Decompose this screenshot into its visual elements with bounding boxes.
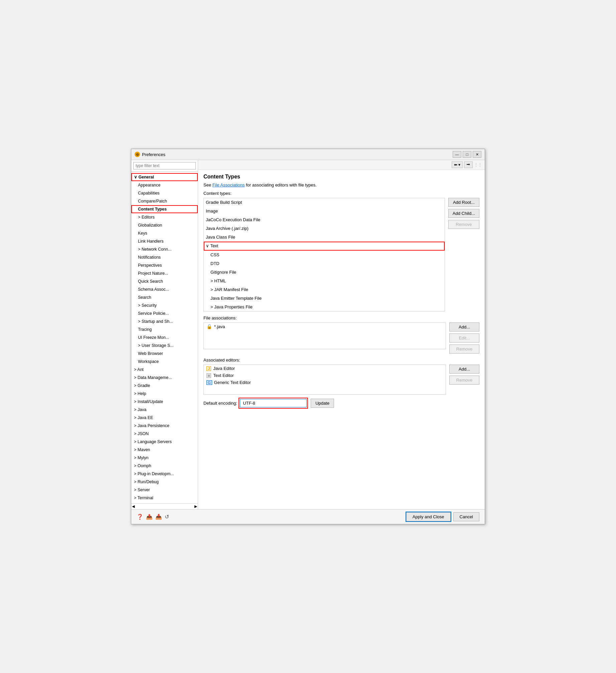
ct-dtd[interactable]: DTD (204, 259, 445, 268)
edit-file-assoc-button[interactable]: Edit... (449, 333, 479, 343)
minimize-button[interactable]: — (453, 151, 461, 158)
file-assoc-label: File associations: (203, 315, 479, 320)
ct-html[interactable]: > HTML (204, 277, 445, 285)
sidebar-item-keys[interactable]: Keys (131, 229, 198, 237)
close-button[interactable]: ✕ (473, 151, 481, 158)
sidebar-item-server[interactable]: > Server (131, 486, 198, 494)
sidebar-item-capabilities[interactable]: Capabilities (131, 189, 198, 197)
add-file-assoc-button[interactable]: Add... (449, 322, 479, 331)
sidebar-item-run-debug[interactable]: > Run/Debug (131, 478, 198, 486)
sidebar-item-mylyn[interactable]: > Mylyn (131, 454, 198, 462)
bottom-bar: ❓ 📤 📥 ↺ Apply and Close Cancel (131, 509, 485, 524)
sidebar-item-quick-search[interactable]: Quick Search (131, 277, 198, 285)
editor-text[interactable]: ≡ Text Editor (204, 372, 446, 379)
sidebar-item-search[interactable]: Search (131, 293, 198, 301)
ct-gitignore[interactable]: Gitignore File (204, 268, 445, 277)
preferences-window: ⚙ Preferences — □ ✕ ∨ General Appearance… (131, 149, 485, 524)
ct-jacoco[interactable]: JaCoCo Execution Data File (204, 216, 445, 224)
sidebar-item-help[interactable]: > Help (131, 390, 198, 398)
sidebar-item-editors[interactable]: > Editors (131, 213, 198, 221)
maximize-button[interactable]: □ (463, 151, 471, 158)
ct-css[interactable]: CSS (204, 251, 445, 259)
add-child-button[interactable]: Add Child... (448, 209, 479, 218)
encoding-label: Default encoding: (203, 401, 237, 406)
remove-file-assoc-button[interactable]: Remove (449, 345, 479, 354)
sidebar-item-project-nature[interactable]: Project Nature... (131, 269, 198, 277)
sidebar-item-language-servers[interactable]: > Language Servers (131, 438, 198, 446)
sidebar-item-appearance[interactable]: Appearance (131, 181, 198, 189)
content-types-label: Content types: (203, 191, 479, 196)
sidebar-item-install-update[interactable]: > Install/Update (131, 398, 198, 406)
help-icon[interactable]: ❓ (137, 514, 143, 520)
sidebar-item-gradle[interactable]: > Gradle (131, 382, 198, 390)
sidebar-item-schema-assoc[interactable]: Schema Assoc... (131, 285, 198, 293)
sidebar-item-workspace[interactable]: Workspace (131, 358, 198, 366)
sidebar-item-ui-freeze[interactable]: UI Freeze Mon... (131, 333, 198, 342)
window-controls: — □ ✕ (453, 151, 481, 158)
file-assoc-list[interactable]: 🔒 *.java (203, 322, 446, 349)
remove-editor-button[interactable]: Remove (449, 376, 479, 385)
cancel-button[interactable]: Cancel (453, 512, 479, 521)
sidebar-item-json[interactable]: > JSON (131, 430, 198, 438)
sidebar-item-startup[interactable]: > Startup and Sh... (131, 317, 198, 325)
bottom-left: ❓ 📤 📥 ↺ (137, 514, 169, 520)
sidebar-item-tracing[interactable]: Tracing (131, 325, 198, 333)
toolbar-separator: ⋮⋮ (474, 162, 482, 167)
update-encoding-button[interactable]: Update (311, 399, 334, 408)
sidebar-item-java-persistence[interactable]: > Java Persistence (131, 422, 198, 430)
editor-java[interactable]: J Java Editor (204, 365, 446, 372)
sidebar-item-web-browser[interactable]: Web Browser (131, 350, 198, 358)
ct-java-properties[interactable]: > Java Properties File (204, 303, 445, 311)
forward-button[interactable]: ⮕ (464, 161, 473, 168)
sidebar-item-terminal[interactable]: > Terminal (131, 494, 198, 502)
apply-close-button[interactable]: Apply and Close (406, 512, 451, 521)
sidebar-tree: ∨ General Appearance Capabilities Compar… (131, 172, 198, 503)
sidebar-item-security[interactable]: > Security (131, 301, 198, 309)
ct-image[interactable]: Image (204, 207, 445, 216)
ct-gradle[interactable]: Gradle Build Script (204, 198, 445, 207)
sidebar-item-user-storage[interactable]: > User Storage S... (131, 342, 198, 350)
remove-content-button[interactable]: Remove (448, 220, 479, 229)
sidebar-item-link-handlers[interactable]: Link Handlers (131, 237, 198, 245)
sidebar-item-general[interactable]: ∨ General (131, 173, 198, 181)
subtitle-suffix: for associating editors with file types. (246, 182, 317, 187)
sidebar-item-notifications[interactable]: Notifications (131, 253, 198, 261)
restore-icon[interactable]: ↺ (165, 514, 169, 520)
add-root-button[interactable]: Add Root... (448, 198, 479, 207)
sidebar-item-network-conn[interactable]: > Network Conn... (131, 245, 198, 253)
sidebar-item-content-types[interactable]: Content Types (131, 205, 198, 213)
search-input[interactable] (133, 162, 196, 169)
sidebar-scroll-right[interactable]: ▶ (194, 504, 197, 509)
content-types-tree[interactable]: Gradle Build Script Image JaCoCo Executi… (203, 198, 445, 311)
encoding-input[interactable] (240, 399, 307, 407)
window-title: Preferences (142, 152, 165, 157)
editor-text-label: Text Editor (213, 373, 234, 378)
ct-java-emitter[interactable]: Java Emitter Template File (204, 294, 445, 303)
sidebar-item-java[interactable]: > Java (131, 406, 198, 414)
import-icon[interactable]: 📥 (155, 514, 162, 520)
sidebar-item-perspectives[interactable]: Perspectives (131, 261, 198, 269)
editor-generic[interactable]: G Generic Text Editor (204, 379, 446, 386)
sidebar-item-plug-in-dev[interactable]: > Plug-in Developm... (131, 470, 198, 478)
sidebar-item-service-policies[interactable]: Service Policie... (131, 309, 198, 317)
export-icon[interactable]: 📤 (146, 514, 153, 520)
sidebar-item-compare[interactable]: Compare/Patch (131, 197, 198, 205)
ct-java-class[interactable]: Java Class File (204, 233, 445, 242)
sidebar-item-globalization[interactable]: Globalization (131, 221, 198, 229)
subtitle-prefix: See (203, 182, 212, 187)
editors-list[interactable]: J Java Editor ≡ Text Editor G Generic Te… (203, 365, 446, 395)
file-associations-link[interactable]: File Associations (212, 182, 245, 187)
add-editor-button[interactable]: Add... (449, 365, 479, 374)
sidebar-item-oomph[interactable]: > Oomph (131, 462, 198, 470)
sidebar-scroll-left[interactable]: ◀ (132, 504, 135, 509)
sidebar-item-ant[interactable]: > Ant (131, 366, 198, 374)
generic-editor-icon: G (206, 380, 212, 385)
ct-java-archive[interactable]: Java Archive (.jar/.zip) (204, 224, 445, 233)
back-button[interactable]: ⬅ ▾ (452, 161, 463, 168)
ct-text[interactable]: ∨ Text (204, 242, 445, 250)
sidebar-item-java-ee[interactable]: > Java EE (131, 414, 198, 422)
sidebar-item-maven[interactable]: > Maven (131, 446, 198, 454)
file-assoc-java[interactable]: 🔒 *.java (204, 323, 446, 330)
ct-jar-manifest[interactable]: > JAR Manifest File (204, 285, 445, 294)
sidebar-item-data-management[interactable]: > Data Manageme... (131, 374, 198, 382)
